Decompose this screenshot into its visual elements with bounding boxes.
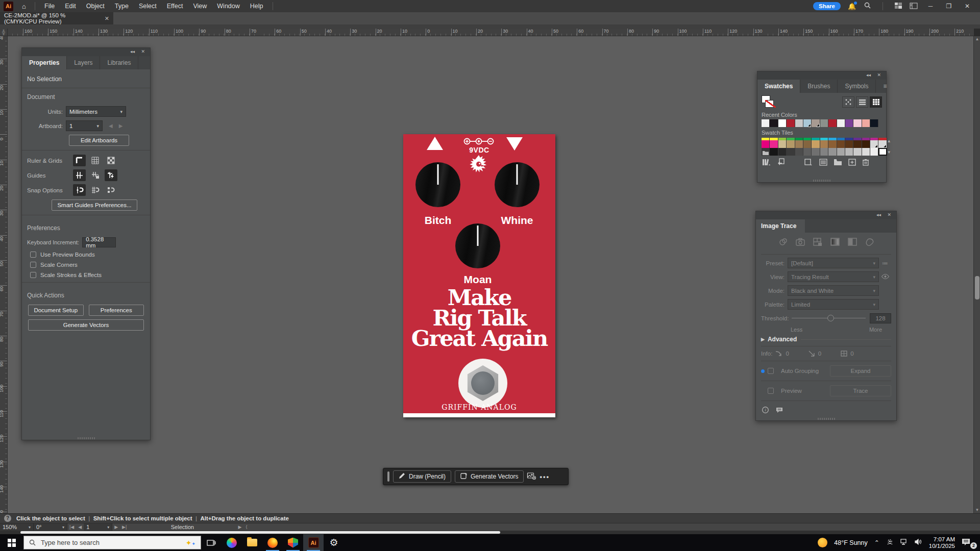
draw-pencil-button[interactable]: Draw (Pencil) (393, 470, 451, 483)
swatch[interactable] (820, 148, 828, 156)
menu-item-window[interactable]: Window (212, 0, 244, 12)
tab-symbols[interactable]: Symbols (838, 80, 876, 93)
new-color-group-icon[interactable] (834, 159, 842, 165)
action-center-icon[interactable]: 2 (962, 538, 975, 547)
help-icon[interactable]: ? (4, 515, 11, 522)
swatch[interactable] (770, 119, 778, 127)
swatch[interactable] (845, 148, 853, 156)
swatch[interactable] (762, 148, 770, 156)
horizontal-ruler[interactable]: 1601501401301201101009080706050403020100… (8, 29, 974, 36)
weather-sun-icon[interactable] (818, 538, 827, 547)
vertical-ruler[interactable]: 4030201001020304050607080901001101201301… (0, 36, 8, 513)
preview-checkbox[interactable] (768, 388, 774, 394)
clock[interactable]: 7:07 AM 10/1/2025 (929, 536, 955, 549)
panel-menu-icon[interactable]: ≡ (876, 80, 894, 93)
high-color-preset-icon[interactable] (796, 238, 805, 248)
swatch-scrollbar[interactable]: ▲ ▼ (887, 138, 891, 156)
settings-gear-icon[interactable]: ⚙ (324, 534, 344, 551)
scale-strokes-effects-checkbox[interactable] (30, 272, 36, 278)
swatch[interactable] (787, 119, 795, 127)
vertical-scroll-thumb[interactable] (975, 276, 979, 299)
rotation-dropdown[interactable]: 0°▾ (34, 523, 67, 531)
swatch[interactable] (853, 119, 862, 127)
show-guides-icon[interactable] (73, 169, 86, 181)
last-artboard-icon[interactable]: ▶| (120, 524, 129, 530)
swatch[interactable] (787, 140, 795, 148)
swatch[interactable] (837, 140, 845, 148)
swatch[interactable] (812, 119, 820, 127)
swatch[interactable] (778, 140, 787, 148)
swatch[interactable] (795, 119, 803, 127)
add-to-library-icon[interactable] (778, 159, 786, 165)
search-icon[interactable] (863, 2, 871, 10)
snap-to-grid-icon[interactable] (89, 184, 102, 196)
swatch[interactable] (837, 119, 845, 127)
swatch[interactable] (762, 140, 770, 148)
scale-corners-row[interactable]: Scale Corners (30, 262, 150, 268)
volume-icon[interactable] (915, 539, 922, 546)
knob-moan[interactable] (455, 223, 500, 268)
taskbar-search-box[interactable]: Type here to search ✦✦ (23, 536, 201, 549)
threshold-value-input[interactable]: 128 (870, 313, 891, 323)
edit-artboards-button[interactable]: Edit Artboards (69, 135, 129, 146)
swatch[interactable] (795, 140, 803, 148)
generate-vectors-button[interactable]: Generate Vectors (28, 319, 144, 331)
low-color-preset-icon[interactable] (813, 238, 822, 248)
view-dropdown[interactable]: Tracing Result▾ (788, 271, 879, 282)
more-options-icon[interactable]: ••• (540, 473, 550, 481)
avg-app-icon[interactable] (283, 534, 303, 551)
menu-item-help[interactable]: Help (245, 0, 268, 12)
panel-toggle-icon[interactable] (910, 3, 918, 10)
black-white-preset-icon[interactable] (848, 238, 857, 248)
swatch[interactable] (812, 140, 820, 148)
scroll-up-icon[interactable]: ▲ (974, 36, 980, 42)
scale-corners-checkbox[interactable] (30, 262, 36, 268)
meet-now-icon[interactable] (886, 539, 894, 546)
start-button[interactable] (0, 534, 23, 551)
prev-artboard-icon[interactable]: ◀ (76, 524, 84, 530)
illustrator-logo-icon[interactable]: Ai (4, 2, 13, 11)
close-button[interactable]: ✕ (962, 3, 973, 10)
use-preview-bounds-checkbox[interactable] (30, 252, 36, 258)
footswitch-button[interactable] (471, 371, 495, 395)
knob-whine[interactable] (495, 162, 540, 207)
swatch[interactable] (870, 119, 878, 127)
document-tab-close-icon[interactable]: ✕ (105, 15, 109, 22)
network-icon[interactable] (900, 539, 908, 546)
show-transparency-grid-icon[interactable] (105, 155, 117, 166)
artboard-dropdown[interactable]: 1▾ (66, 120, 103, 131)
lock-guides-icon[interactable] (89, 169, 102, 181)
generate-vectors-button[interactable]: Generate Vectors (455, 470, 524, 483)
swatch[interactable] (770, 148, 778, 156)
prev-artboard-icon[interactable]: ◀ (109, 123, 113, 129)
document-tab[interactable]: CE-2MOD.ai* @ 150 % (CMYK/CPU Preview) ✕ (0, 12, 113, 24)
panel-resize-handle[interactable] (813, 180, 830, 182)
expand-button[interactable]: Expand (830, 365, 891, 377)
swatch[interactable] (870, 148, 878, 156)
scroll-up-icon[interactable]: ▲ (887, 139, 891, 143)
smart-guides-icon[interactable] (105, 169, 117, 181)
tab-swatches[interactable]: Swatches (757, 80, 800, 93)
mode-dropdown[interactable]: Black and White▾ (788, 285, 879, 296)
next-artboard-icon[interactable]: ▶ (112, 524, 120, 530)
show-swatch-kinds-icon[interactable] (805, 159, 813, 165)
swatch[interactable] (878, 140, 887, 148)
trace-button[interactable]: Trace (830, 385, 891, 396)
grid-view-icon[interactable] (870, 96, 882, 108)
preset-dropdown[interactable]: [Default]▾ (788, 258, 879, 268)
tray-expand-chevron-icon[interactable]: ⌃ (874, 539, 879, 546)
snap-to-point-icon[interactable] (73, 184, 86, 196)
tab-properties[interactable]: Properties (22, 56, 67, 69)
auto-color-preset-icon[interactable] (778, 238, 788, 248)
horizontal-scrollbar[interactable] (0, 531, 980, 534)
pedal-artwork[interactable]: 9VDC Bitch Whine Moan Make Rig Talk Grea… (403, 134, 555, 413)
document-setup-button[interactable]: Document Setup (28, 305, 84, 316)
swatch-libraries-icon[interactable] (763, 159, 771, 165)
swatch[interactable] (862, 119, 870, 127)
show-grid-icon[interactable] (89, 155, 102, 166)
auto-grouping-checkbox[interactable] (768, 368, 774, 374)
preferences-button[interactable]: Preferences (89, 305, 144, 316)
swatch[interactable] (853, 148, 862, 156)
delete-swatch-icon[interactable] (863, 159, 869, 165)
menu-item-type[interactable]: Type (110, 0, 134, 12)
